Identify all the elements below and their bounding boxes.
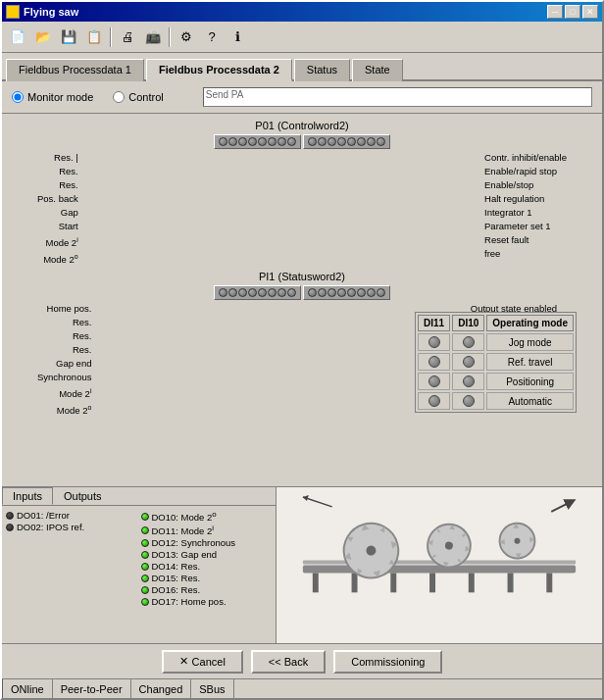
- col-di10: DI10: [452, 315, 484, 331]
- status-sbus: SBus: [191, 679, 233, 698]
- di11-led-jog: [428, 336, 440, 348]
- tab-state[interactable]: State: [352, 59, 403, 81]
- mode-row: Monitor mode Control Send PA: [2, 81, 602, 114]
- p01-led-2: [228, 137, 237, 146]
- window-title: Flying saw: [24, 6, 78, 18]
- col-mode: Operating mode: [486, 315, 574, 331]
- maximize-button[interactable]: □: [565, 5, 580, 19]
- cancel-button[interactable]: ✕ Cancel: [162, 650, 243, 674]
- p01-label-halt: Halt regulation: [484, 192, 544, 206]
- open-button[interactable]: 📂: [31, 25, 55, 49]
- p01-label-res2: Res.: [59, 165, 78, 178]
- copy-button[interactable]: 📋: [82, 25, 106, 49]
- p01-label-free: free: [484, 247, 500, 261]
- pi1-led-11: [327, 288, 336, 297]
- p01-led-8: [287, 137, 296, 146]
- tab-bar: Fieldbus Processdata 1 Fieldbus Processd…: [2, 53, 602, 81]
- svg-rect-8: [546, 573, 552, 592]
- back-button[interactable]: << Back: [251, 650, 326, 674]
- info-button[interactable]: ℹ: [226, 25, 249, 49]
- inputs-tab[interactable]: Inputs: [2, 487, 53, 505]
- p01-led-11: [327, 137, 336, 146]
- control-mode-radio[interactable]: [113, 91, 125, 103]
- pi1-led-7: [277, 288, 286, 297]
- panels-area: P01 (Controlword2): [2, 114, 602, 486]
- status-bar: ONline Peer-to-Peer Changed SBus: [2, 678, 602, 698]
- p01-labels-row: Res. | Res. Res. Pos. back Gap Start Mod…: [8, 151, 596, 267]
- do01-label: DO01: /Error: [17, 510, 70, 521]
- footer: ✕ Cancel << Back Commissioning: [2, 643, 602, 678]
- svg-rect-0: [303, 566, 576, 574]
- p01-led-13: [347, 137, 356, 146]
- pi1-left-labels: Home pos. Res. Res. Res. Gap end Synchro…: [37, 302, 91, 418]
- do02-led: [6, 524, 14, 531]
- tab-status[interactable]: Status: [294, 59, 350, 81]
- di11-led-auto: [428, 395, 440, 407]
- op-mode-row-pos: Positioning: [418, 373, 574, 390]
- pi1-label-res3: Res.: [73, 343, 92, 357]
- p01-led-group-1: [214, 134, 301, 149]
- p01-label-start: Start: [59, 220, 78, 233]
- di10-led-ref: [463, 356, 475, 368]
- pi1-led-13: [347, 288, 356, 297]
- pi1-led-15: [367, 288, 376, 297]
- p01-label-enable-rapid: Enable/rapid stop: [484, 165, 557, 178]
- do17-led: [141, 598, 149, 606]
- io-col-2: DO10: Mode 2o DO11: Mode 2i DO12: Synchr…: [141, 510, 273, 639]
- pi1-led-4: [248, 288, 257, 297]
- pi1-label-mode2i: Mode 2i: [59, 384, 91, 401]
- print-button[interactable]: 🖨: [116, 25, 139, 49]
- io-item-do17: DO17: Home pos.: [141, 596, 273, 607]
- mode-pos: Positioning: [486, 373, 574, 390]
- p01-led-5: [258, 137, 267, 146]
- p01-led-1: [219, 137, 227, 146]
- control-mode-group: Control: [113, 91, 163, 103]
- tab-fieldbus-1[interactable]: Fieldbus Processdata 1: [6, 59, 144, 81]
- do15-led: [141, 575, 149, 582]
- new-button[interactable]: 📄: [6, 25, 29, 49]
- minimize-button[interactable]: ─: [547, 5, 563, 19]
- commissioning-button[interactable]: Commissioning: [333, 650, 442, 674]
- io-col-1: DO01: /Error DO02: IPOS ref.: [6, 510, 137, 639]
- di11-led-ref: [428, 356, 440, 368]
- op-mode-row-auto: Automatic: [418, 392, 574, 410]
- p01-left-labels: Res. | Res. Res. Pos. back Gap Start Mod…: [37, 151, 78, 267]
- outputs-tab[interactable]: Outputs: [53, 487, 113, 505]
- pi1-label-res1: Res.: [73, 316, 92, 329]
- status-changed: Changed: [131, 679, 192, 698]
- pi1-led-14: [357, 288, 366, 297]
- p01-label-enable-stop: Enable/stop: [484, 178, 533, 192]
- commissioning-label: Commissioning: [351, 656, 425, 668]
- pi1-led-9: [308, 288, 317, 297]
- app-icon: [6, 5, 20, 19]
- save-button[interactable]: 💾: [57, 25, 80, 49]
- io-item-do12: DO12: Synchronous: [141, 537, 273, 548]
- machine-svg: [277, 487, 602, 643]
- machine-image: [277, 487, 602, 643]
- pi1-led-5: [258, 288, 267, 297]
- tab-fieldbus-2[interactable]: Fieldbus Processdata 2: [146, 59, 292, 81]
- pi1-title: PI1 (Statusword2): [8, 271, 596, 282]
- io-item-do11: DO11: Mode 2i: [141, 524, 273, 536]
- p01-label-gap: Gap: [61, 206, 78, 220]
- do12-label: DO12: Synchronous: [152, 537, 236, 548]
- io-item-do10: DO10: Mode 2o: [141, 510, 273, 523]
- help-button[interactable]: ?: [200, 25, 224, 49]
- io-tab-bar: Inputs Outputs: [2, 487, 276, 506]
- do10-led: [141, 513, 149, 521]
- do17-label: DO17: Home pos.: [152, 596, 226, 607]
- do15-label: DO15: Res.: [152, 573, 201, 583]
- p01-label-res1: Res. |: [54, 151, 78, 165]
- p01-label-reset: Reset fault: [484, 233, 528, 247]
- pi1-led-1: [219, 288, 227, 297]
- pi1-led-group-2: [303, 285, 390, 300]
- p01-right-labels: Contr. inhibit/enable Enable/rapid stop …: [484, 151, 567, 267]
- col-di11: DI11: [418, 315, 450, 331]
- monitor-mode-label: Monitor mode: [27, 91, 93, 103]
- p01-leds: [8, 134, 596, 149]
- monitor-mode-radio[interactable]: [12, 91, 24, 103]
- settings-button[interactable]: ⚙: [175, 25, 198, 49]
- fax-button[interactable]: 📠: [141, 25, 165, 49]
- close-button[interactable]: ✕: [582, 5, 598, 19]
- p01-label-integrator: Integrator 1: [484, 206, 532, 220]
